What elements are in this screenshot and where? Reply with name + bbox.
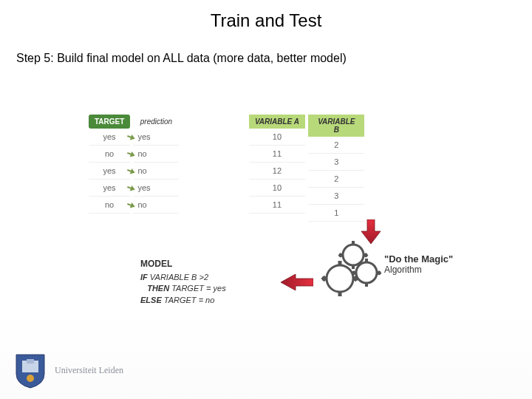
university-name: Universiteit Leiden [55, 365, 123, 376]
magic-line2: Algorithm [384, 265, 453, 275]
prediction-row: no [133, 197, 179, 214]
target-row: no [89, 146, 130, 163]
magic-label: "Do the Magic" Algorithm [384, 253, 453, 275]
var-b-row: 3 [308, 188, 364, 205]
var-a-row: 11 [249, 146, 305, 163]
arrow-small-icon [127, 167, 136, 176]
svg-rect-3 [352, 241, 355, 245]
footer-logo: Universiteit Leiden [13, 352, 123, 389]
prediction-row: yes [133, 180, 179, 197]
svg-rect-28 [27, 359, 34, 364]
slide-title: Train and Test [0, 0, 532, 31]
svg-rect-20 [338, 292, 342, 296]
var-a-row: 11 [249, 197, 305, 214]
svg-point-0 [343, 245, 364, 265]
prediction-header: prediction [133, 115, 179, 129]
arrow-small-icon [127, 184, 136, 193]
svg-point-29 [27, 375, 34, 382]
gears-icon [318, 240, 384, 307]
arrow-left-icon [281, 274, 313, 293]
var-b-header: VARIABLE B [308, 115, 364, 137]
arrow-small-icon [127, 150, 136, 159]
target-row: yes [89, 180, 130, 197]
magic-line1: "Do the Magic" [384, 253, 453, 265]
var-a-row: 10 [249, 129, 305, 146]
var-a-row: 10 [249, 180, 305, 197]
variables-table: VARIABLE A 10 11 12 10 11 VARIABLE B 2 3… [249, 115, 364, 222]
target-row: yes [89, 129, 130, 146]
diagram: TARGET yes no yes yes no prediction yes … [89, 115, 473, 222]
var-b-row: 1 [308, 205, 364, 222]
target-header: TARGET [89, 115, 130, 129]
arrow-small-icon [127, 133, 136, 142]
var-b-row: 2 [308, 137, 364, 154]
target-row: yes [89, 163, 130, 180]
prediction-row: yes [133, 129, 179, 146]
prediction-row: no [133, 163, 179, 180]
model-if-line: IF VARIABLE B >2 [140, 272, 226, 283]
svg-rect-12 [365, 283, 368, 287]
model-title: MODEL [140, 259, 226, 269]
var-b-row: 3 [308, 154, 364, 171]
arrow-small-icon [127, 201, 136, 210]
model-then-line: THEN TARGET = yes [140, 283, 226, 294]
svg-point-2 [327, 265, 353, 292]
var-a-header: VARIABLE A [249, 115, 305, 129]
model-else-line: ELSE TARGET = no [140, 295, 226, 306]
target-table: TARGET yes no yes yes no [89, 115, 130, 214]
svg-rect-4 [352, 265, 355, 269]
target-row: no [89, 197, 130, 214]
var-a-row: 12 [249, 163, 305, 180]
var-b-row: 2 [308, 171, 364, 188]
step-text: Step 5: Build final model on ALL data (m… [0, 31, 532, 65]
svg-rect-19 [338, 261, 342, 265]
model-block: MODEL IF VARIABLE B >2 THEN TARGET = yes… [140, 259, 226, 306]
svg-rect-11 [365, 259, 368, 262]
university-crest-icon [13, 352, 47, 389]
prediction-row: no [133, 146, 179, 163]
prediction-table: prediction yes no no yes no [133, 115, 179, 214]
svg-point-1 [356, 262, 377, 283]
